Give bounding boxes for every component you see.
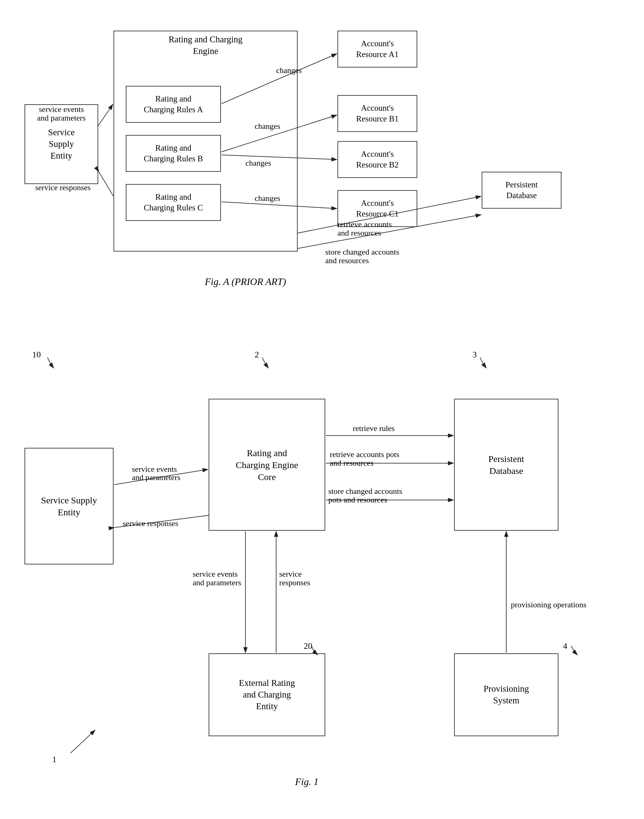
sse-box-fig1: Service SupplyEntity	[25, 448, 113, 564]
figa-caption: Fig. A (PRIOR ART)	[153, 276, 337, 288]
rules-c-box: Rating andCharging Rules C	[126, 184, 221, 221]
svg-line-5	[99, 172, 113, 196]
provisioning-box-fig1: ProvisioningSystem	[454, 654, 558, 736]
sse-label-fig1: Service SupplyEntity	[41, 494, 97, 518]
figa-title-text: Fig. A (PRIOR ART)	[205, 276, 286, 287]
engine-label-fig1: Rating andCharging EngineCore	[236, 447, 298, 483]
res-a1-label: Account'sResource A1	[356, 38, 399, 60]
svg-line-21	[114, 469, 208, 485]
db-box-fig1: PersistentDatabase	[454, 399, 558, 531]
svg-line-42	[71, 730, 95, 753]
res-a1-box: Account'sResource A1	[337, 31, 417, 67]
external-label-fig1: External Ratingand ChargingEntity	[239, 677, 295, 712]
rules-b-box: Rating andCharging Rules B	[126, 135, 221, 172]
svg-line-24	[114, 515, 209, 528]
res-c1-label: Account'sResource C1	[356, 198, 399, 219]
res-c1-box: Account'sResource C1	[337, 190, 417, 227]
svg-text:and parameters: and parameters	[132, 473, 180, 482]
res-b1-label: Account'sResource B1	[356, 103, 399, 124]
svg-text:and parameters: and parameters	[193, 578, 241, 587]
svg-text:service events: service events	[132, 465, 177, 474]
rules-a-box: Rating andCharging Rules A	[126, 86, 221, 123]
ref-1: 1	[52, 755, 57, 764]
sse-box-figa: Service Supply Entity	[25, 104, 98, 184]
svg-text:retrieve rules: retrieve rules	[353, 424, 394, 433]
res-b2-box: Account'sResource B2	[337, 141, 417, 178]
external-box-fig1: External Ratingand ChargingEntity	[209, 654, 325, 736]
res-b1-box: Account'sResource B1	[337, 95, 417, 132]
svg-text:service responses: service responses	[123, 519, 178, 528]
svg-text:service responses: service responses	[35, 183, 90, 192]
svg-text:and resources: and resources	[337, 228, 381, 237]
db-box-figa: PersistentDatabase	[482, 172, 561, 208]
rules-b-label: Rating andCharging Rules B	[144, 142, 203, 164]
svg-text:retrieve accounts pots: retrieve accounts pots	[330, 450, 399, 459]
engine-title-figa: Rating and Charging Engine	[132, 34, 279, 57]
svg-text:service events: service events	[193, 569, 238, 579]
svg-line-2	[98, 104, 113, 126]
fig1-title-text: Fig. 1	[295, 776, 319, 787]
svg-text:store changed accounts: store changed accounts	[328, 487, 402, 496]
ref-20: 20	[304, 641, 312, 651]
svg-text:responses: responses	[279, 578, 310, 587]
res-b2-label: Account'sResource B2	[356, 149, 399, 170]
fig1-caption: Fig. 1	[245, 776, 368, 787]
svg-text:and resources: and resources	[325, 256, 369, 265]
svg-text:provisioning operations: provisioning operations	[511, 600, 586, 609]
svg-text:service: service	[279, 569, 302, 579]
ref-4: 4	[563, 641, 567, 651]
svg-text:store changed accounts: store changed accounts	[325, 248, 399, 256]
sse-label-figa: Service Supply Entity	[48, 127, 75, 161]
provisioning-label-fig1: ProvisioningSystem	[483, 683, 529, 706]
ref-3: 3	[472, 350, 477, 360]
db-label-figa: PersistentDatabase	[506, 179, 538, 201]
db-label-fig1: PersistentDatabase	[488, 453, 524, 477]
engine-box-fig1: Rating andCharging EngineCore	[209, 399, 325, 531]
ref-2: 2	[255, 350, 259, 360]
ref-10: 10	[32, 350, 41, 360]
diagram-container: Service Supply Entity Rating and Chargin…	[0, 0, 644, 819]
svg-text:pots and resources: pots and resources	[328, 495, 387, 504]
rules-c-label: Rating andCharging Rules C	[144, 192, 203, 213]
svg-text:and resources: and resources	[330, 459, 373, 467]
rules-a-label: Rating andCharging Rules A	[144, 93, 203, 115]
